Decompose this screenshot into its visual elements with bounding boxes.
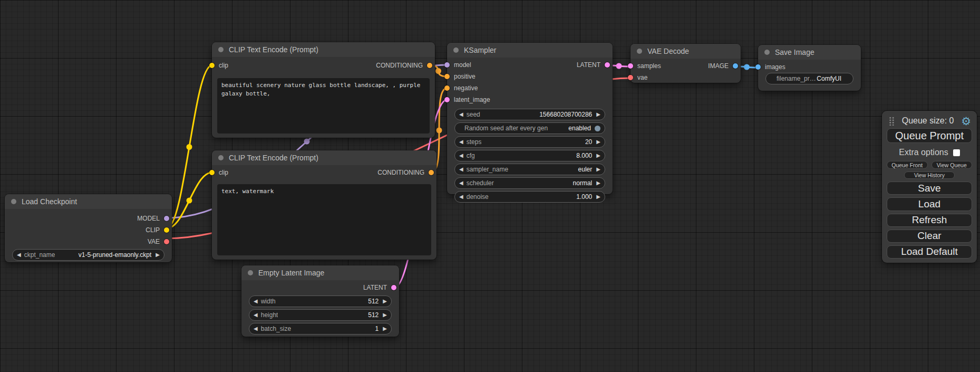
queue-front-button[interactable]: Queue Front [887,161,928,169]
view-queue-button[interactable]: View Queue [932,161,973,169]
steps-widget[interactable]: ◀ steps 20 ▶ [454,136,605,148]
collapse-dot-icon[interactable] [11,199,16,204]
increment-arrow-icon[interactable]: ▶ [383,312,387,318]
drag-handle-icon[interactable] [889,117,895,126]
load-default-button[interactable]: Load Default [887,245,972,259]
node-header[interactable]: CLIP Text Encode (Prompt) [212,150,436,165]
node-title: Empty Latent Image [258,269,324,277]
prompt-textarea[interactable]: text, watermark [217,184,431,255]
save-button[interactable]: Save [887,182,972,195]
node-graph-canvas[interactable]: Load Checkpoint MODEL CLIP VAE ◀ ckpt_na… [0,0,980,372]
decrement-arrow-icon[interactable]: ◀ [459,112,463,117]
denoise-widget[interactable]: ◀ denoise 1.000 ▶ [454,191,605,203]
node-load-checkpoint[interactable]: Load Checkpoint MODEL CLIP VAE ◀ ckpt_na… [5,194,172,262]
collapse-dot-icon[interactable] [218,47,224,52]
decrement-arrow-icon[interactable]: ◀ [254,312,258,318]
clip-output-port[interactable] [164,227,169,233]
increment-arrow-icon[interactable]: ▶ [596,153,600,158]
ckpt-name-widget[interactable]: ◀ ckpt_name v1-5-pruned-emaonly.ckpt ▶ [12,249,164,261]
latent-output-port[interactable] [605,62,610,68]
collapse-dot-icon[interactable] [218,155,224,160]
output-label: IMAGE [708,62,729,70]
node-header[interactable]: KSampler [447,43,613,58]
conditioning-output-port[interactable] [427,63,432,68]
input-label: samples [637,62,661,70]
random-seed-toggle[interactable]: Random seed after every gen enabled [454,122,605,134]
height-widget[interactable]: ◀ height 512 ▶ [249,309,392,321]
widget-value: v1-5-pruned-emaonly.ckpt [79,251,152,259]
decrement-arrow-icon[interactable]: ◀ [459,139,463,145]
output-row-clip: CLIP [5,224,172,236]
sampler-name-widget[interactable]: ◀ sampler_name euler ▶ [454,164,605,175]
gear-icon[interactable]: ⚙ [961,116,971,127]
node-clip-text-encode-negative[interactable]: CLIP Text Encode (Prompt) clip CONDITION… [212,150,436,260]
latent-output-port[interactable] [391,285,396,290]
refresh-button[interactable]: Refresh [887,214,972,227]
increment-arrow-icon[interactable]: ▶ [596,194,600,199]
increment-arrow-icon[interactable]: ▶ [596,180,600,186]
scheduler-widget[interactable]: ◀ scheduler normal ▶ [454,177,605,189]
port-row: clip CONDITIONING [212,57,435,74]
model-output-port[interactable] [164,216,169,221]
prompt-textarea[interactable]: beautiful scenery nature glass bottle la… [217,78,430,133]
collapse-dot-icon[interactable] [637,49,642,54]
samples-input-port[interactable] [628,63,633,69]
node-save-image[interactable]: Save Image images filename_prefix ComfyU… [758,45,861,91]
clip-input-port[interactable] [209,170,215,175]
input-label: model [454,61,471,69]
decrement-arrow-icon[interactable]: ◀ [459,153,463,158]
clear-button[interactable]: Clear [887,230,972,243]
vae-input-port[interactable] [628,75,633,80]
width-widget[interactable]: ◀ width 512 ▶ [249,295,392,307]
increment-arrow-icon[interactable]: ▶ [596,167,600,172]
output-label: CONDITIONING [376,62,423,69]
node-empty-latent-image[interactable]: Empty Latent Image LATENT ◀ width 512 ▶ … [241,265,399,337]
decrement-arrow-icon[interactable]: ◀ [17,252,21,257]
node-header[interactable]: Empty Latent Image [241,265,399,280]
increment-arrow-icon[interactable]: ▶ [383,326,387,331]
increment-arrow-icon[interactable]: ▶ [156,252,160,257]
collapse-dot-icon[interactable] [453,47,459,53]
input-label: latent_image [454,96,490,103]
node-title: Load Checkpoint [22,197,77,206]
view-history-button[interactable]: View History [904,171,955,179]
collapse-dot-icon[interactable] [764,50,770,55]
seed-widget[interactable]: ◀ seed 156680208700286 ▶ [454,109,605,120]
node-clip-text-encode-positive[interactable]: CLIP Text Encode (Prompt) clip CONDITION… [212,42,435,138]
output-row-model: MODEL [5,213,172,224]
node-ksampler[interactable]: KSampler model LATENT positive negative … [447,43,613,194]
image-output-port[interactable] [733,63,738,69]
toggle-dot-icon[interactable] [595,126,600,131]
latent-image-input-port[interactable] [444,97,450,102]
node-vae-decode[interactable]: VAE Decode samples IMAGE vae [630,44,741,83]
decrement-arrow-icon[interactable]: ◀ [459,180,463,186]
main-menu-panel: Queue size: 0 ⚙ Queue Prompt Extra optio… [882,111,977,263]
increment-arrow-icon[interactable]: ▶ [596,139,600,145]
load-button[interactable]: Load [887,197,972,211]
positive-input-port[interactable] [444,74,450,79]
port-row: images [758,61,861,73]
increment-arrow-icon[interactable]: ▶ [596,112,600,117]
model-input-port[interactable] [444,62,450,68]
node-header[interactable]: CLIP Text Encode (Prompt) [212,42,435,57]
filename-prefix-widget[interactable]: filename_prefix ComfyUI [765,73,853,84]
node-header[interactable]: VAE Decode [630,44,741,59]
extra-options-checkbox[interactable] [953,149,960,156]
collapse-dot-icon[interactable] [248,270,253,275]
node-header[interactable]: Load Checkpoint [5,194,172,209]
negative-input-port[interactable] [444,85,450,91]
images-input-port[interactable] [755,64,761,70]
queue-prompt-button[interactable]: Queue Prompt [887,128,972,143]
node-header[interactable]: Save Image [758,45,861,60]
vae-output-port[interactable] [164,239,169,244]
decrement-arrow-icon[interactable]: ◀ [254,326,258,331]
cfg-widget[interactable]: ◀ cfg 8.000 ▶ [454,150,605,161]
decrement-arrow-icon[interactable]: ◀ [254,299,258,304]
increment-arrow-icon[interactable]: ▶ [383,299,387,304]
conditioning-output-port[interactable] [429,170,434,175]
decrement-arrow-icon[interactable]: ◀ [459,194,463,199]
batch-size-widget[interactable]: ◀ batch_size 1 ▶ [249,323,392,335]
decrement-arrow-icon[interactable]: ◀ [459,167,463,172]
clip-input-port[interactable] [209,63,215,68]
node-title: KSampler [464,46,496,54]
